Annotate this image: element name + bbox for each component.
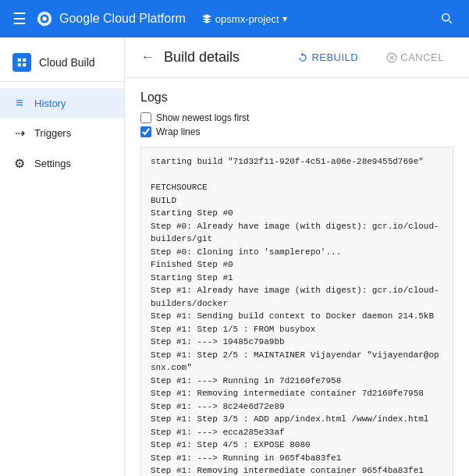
sidebar-label-triggers: Triggers [34, 127, 71, 139]
logs-section: Logs Show newest logs first Wrap lines s… [125, 78, 469, 476]
app-icon [12, 53, 31, 72]
sidebar: Cloud Build ≡ History ⇢ Triggers ⚙ Setti… [0, 37, 125, 476]
search-icon [439, 11, 453, 25]
gcp-logo-icon [36, 10, 53, 27]
project-icon [201, 13, 212, 24]
cancel-button[interactable]: CANCEL [377, 47, 453, 68]
main-content: ← Build details REBUILD CANCEL Logs Show… [125, 37, 469, 476]
log-content: starting build "71d32f11-920f-4c51-a06e-… [140, 147, 453, 476]
svg-rect-5 [23, 63, 26, 66]
wrap-lines-checkbox[interactable] [140, 126, 151, 137]
logs-title: Logs [140, 91, 453, 105]
menu-icon[interactable]: ☰ [9, 6, 30, 31]
dropdown-icon: ▾ [282, 13, 287, 24]
sidebar-label-history: History [34, 98, 66, 109]
rebuild-icon [297, 52, 308, 63]
rebuild-label: REBUILD [311, 52, 358, 63]
sidebar-item-triggers[interactable]: ⇢ Triggers [0, 118, 124, 148]
triggers-icon: ⇢ [12, 126, 27, 140]
show-newest-option[interactable]: Show newest logs first [140, 112, 453, 123]
sidebar-item-settings[interactable]: ⚙ Settings [0, 148, 124, 179]
settings-icon: ⚙ [12, 156, 27, 171]
page-title: Build details [164, 49, 279, 66]
sidebar-item-history[interactable]: ≡ History [0, 88, 124, 118]
project-name: opsmx-project [215, 13, 279, 25]
svg-rect-3 [23, 59, 26, 62]
project-selector[interactable]: opsmx-project ▾ [195, 10, 293, 28]
svg-point-1 [42, 16, 47, 21]
wrap-lines-option[interactable]: Wrap lines [140, 126, 453, 137]
svg-rect-4 [18, 63, 21, 66]
sidebar-app-header: Cloud Build [0, 44, 124, 82]
sidebar-label-settings: Settings [34, 158, 71, 169]
content-header: ← Build details REBUILD CANCEL [125, 37, 469, 78]
wrap-lines-label: Wrap lines [156, 126, 200, 137]
logs-options: Show newest logs first Wrap lines [140, 112, 453, 137]
history-icon: ≡ [12, 96, 27, 110]
svg-rect-2 [18, 59, 21, 62]
gcp-title: Google Cloud Platform [59, 12, 186, 26]
show-newest-label: Show newest logs first [156, 112, 249, 123]
sidebar-app-name: Cloud Build [39, 56, 95, 69]
show-newest-checkbox[interactable] [140, 112, 151, 123]
back-button[interactable]: ← [140, 49, 155, 66]
cancel-icon [386, 52, 397, 63]
top-bar: ☰ Google Cloud Platform opsmx-project ▾ [0, 0, 469, 37]
search-button[interactable] [433, 5, 460, 34]
cancel-label: CANCEL [400, 52, 444, 63]
rebuild-button[interactable]: REBUILD [288, 47, 368, 68]
